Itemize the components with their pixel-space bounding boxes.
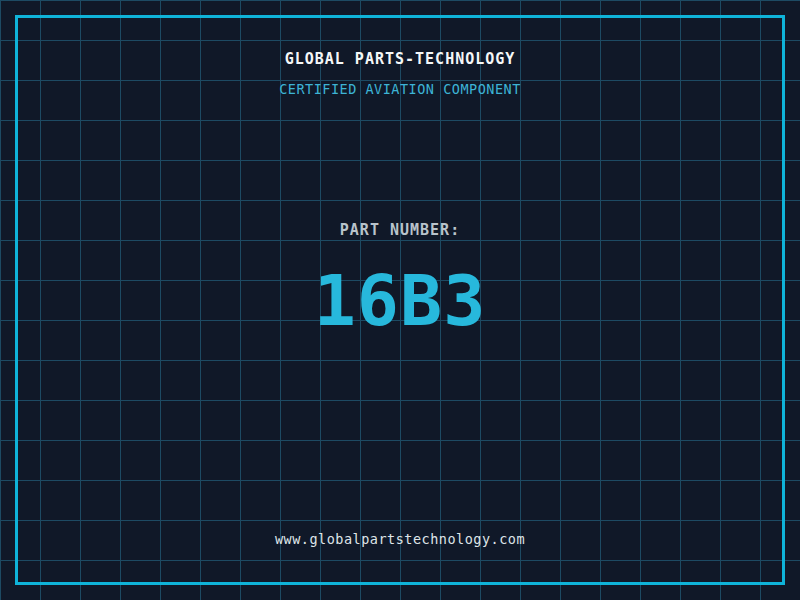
part-number-label: PART NUMBER: — [0, 221, 800, 239]
part-number-value: 16B3 — [0, 266, 800, 336]
brand-subtitle: CERTIFIED AVIATION COMPONENT — [0, 81, 800, 97]
brand-title: GLOBAL PARTS-TECHNOLOGY — [0, 50, 800, 68]
website-url: www.globalpartstechnology.com — [0, 531, 800, 547]
part-label-page: GLOBAL PARTS-TECHNOLOGY CERTIFIED AVIATI… — [0, 0, 800, 600]
